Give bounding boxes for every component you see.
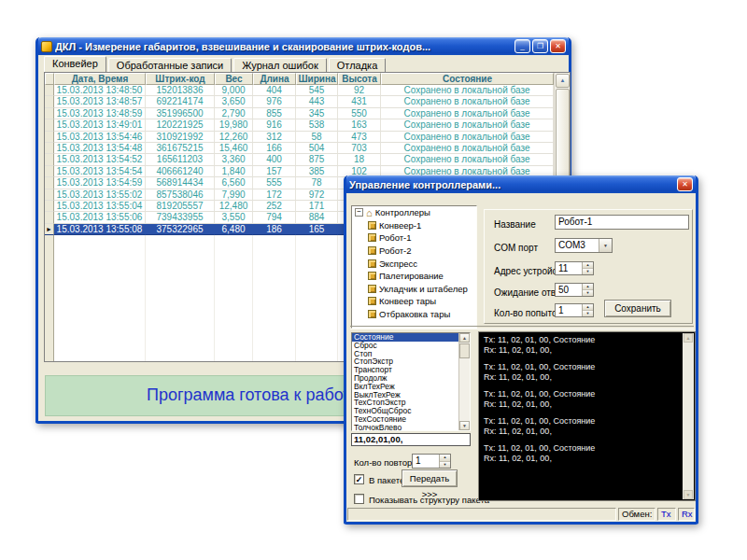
tree-item-Палетирование[interactable]: Палетирование (352, 270, 476, 283)
tree-item-Укладчик и штабелер[interactable]: Укладчик и штабелер (352, 283, 476, 296)
terminal-log[interactable]: Tx: 11, 02, 01, 00, СостояниеRx: 11, 02,… (478, 331, 696, 501)
name-field[interactable]: Робот-1 (555, 215, 689, 230)
scroll-down-icon[interactable]: ▼ (459, 421, 470, 430)
spin-up-icon[interactable]: ▲ (440, 455, 450, 462)
column-header[interactable]: Вес (215, 73, 253, 85)
terminal-gap (479, 437, 695, 443)
cell: 819205557 (146, 201, 215, 212)
cell: 431 (338, 96, 381, 107)
tab-Конвейер[interactable]: Конвейер (44, 56, 106, 72)
spin-down-icon[interactable]: ▼ (440, 462, 450, 469)
table-row[interactable]: 15.03.2013 13:54:521656112033,3604008751… (45, 154, 570, 165)
cell: 443 (296, 96, 338, 107)
home-icon: ⌂ (366, 208, 373, 217)
terminal-scrollbar[interactable]: ▲ ▼ (683, 333, 694, 499)
row-indicator (45, 85, 54, 96)
spin-up-icon[interactable]: ▲ (583, 304, 593, 311)
dropdown-arrow-icon[interactable]: ▼ (599, 239, 612, 252)
in-packet-checkbox[interactable]: ✓ (354, 474, 364, 484)
response-wait-value: 50 (556, 284, 582, 296)
collapse-icon: − (355, 208, 363, 217)
cell: 58 (296, 132, 338, 143)
section-divider (350, 326, 694, 329)
tab-Журнал ошибок[interactable]: Журнал ошибок (233, 58, 327, 72)
send-button[interactable]: Передать >>> (402, 469, 458, 487)
cell: 171 (296, 201, 338, 212)
empty-cell (146, 235, 215, 361)
terminal-gap (479, 464, 695, 470)
cell: 18 (338, 154, 381, 165)
dialog-titlebar[interactable]: Управление контроллерами... ✕ (346, 175, 696, 193)
tab-Отладка[interactable]: Отладка (329, 58, 386, 72)
spin-down-icon[interactable]: ▼ (583, 290, 593, 296)
tab-Обработанные записи[interactable]: Обработанные записи (108, 58, 232, 72)
terminal-gap (479, 383, 695, 389)
column-header[interactable]: Высота (338, 73, 381, 85)
cell: 15,460 (215, 143, 253, 154)
cell: 15.03.2013 13:54:59 (54, 177, 146, 189)
tree-root[interactable]: −⌂Контроллеры (352, 206, 476, 219)
scroll-up-icon[interactable]: ▲ (556, 74, 570, 88)
commands-scrollbar[interactable]: ▲ ▼ (458, 333, 470, 430)
tree-item-Экспресс[interactable]: Экспресс (352, 257, 476, 270)
controllers-dialog: Управление контроллерами... ✕ −⌂Контролл… (344, 175, 698, 525)
column-header[interactable]: Длина (253, 73, 296, 85)
tree-item-label: Конвеер тары (379, 296, 436, 306)
cell: 19,980 (215, 119, 253, 131)
main-titlebar[interactable]: ДКЛ - Измерение габаритов, взвешивание и… (38, 37, 569, 55)
column-header[interactable]: Состояние (381, 73, 554, 85)
row-indicator (45, 166, 54, 177)
row-indicator (45, 132, 54, 143)
column-header[interactable]: Ширина (296, 73, 338, 85)
tree-item-Робот-1[interactable]: Робот-1 (352, 231, 476, 245)
table-row[interactable]: 15.03.2013 13:54:4631092199212,260312584… (45, 132, 570, 143)
spin-down-icon[interactable]: ▼ (583, 269, 593, 274)
spin-up-icon[interactable]: ▲ (583, 262, 593, 269)
cell: 9,000 (215, 85, 253, 96)
table-row[interactable]: 15.03.2013 13:48:593519965002,7908553455… (45, 108, 570, 119)
cell: Сохранено в локальной базе (381, 119, 554, 131)
table-row[interactable]: 15.03.2013 13:48:501520138369,0004045459… (45, 85, 570, 96)
statusbar-message-panel (347, 508, 616, 521)
scrollbar-thumb[interactable] (556, 89, 570, 187)
cell: 703 (338, 143, 381, 154)
tree-item-Отбраковка тары[interactable]: Отбраковка тары (352, 308, 476, 321)
close-icon[interactable]: ✕ (550, 39, 566, 53)
com-port-value: COM3 (556, 239, 599, 252)
app-icon (41, 41, 52, 52)
tree-item-Конвеер-1[interactable]: Конвеер-1 (352, 219, 476, 232)
cell: 739433955 (146, 212, 215, 223)
scrollbar-thumb[interactable] (459, 343, 470, 358)
save-button[interactable]: Сохранить (604, 300, 671, 317)
repeat-count-stepper[interactable]: 1 ▲▼ (412, 454, 451, 469)
cell: 15.03.2013 13:54:52 (54, 154, 146, 165)
dialog-close-icon[interactable]: ✕ (677, 177, 693, 191)
cell: 15.03.2013 13:49:01 (54, 119, 146, 131)
response-wait-stepper[interactable]: 50 ▲▼ (555, 283, 594, 297)
cell: 15.03.2013 13:55:08 (54, 224, 146, 235)
scroll-up-icon[interactable]: ▲ (459, 333, 470, 343)
command-item-ТолчокВлево[interactable]: ТолчокВлево (352, 424, 470, 431)
com-port-select[interactable]: COM3 ▼ (555, 238, 613, 253)
spin-down-icon[interactable]: ▼ (583, 311, 593, 316)
tree-item-Конвеер тары[interactable]: Конвеер тары (352, 295, 476, 308)
table-row[interactable]: 15.03.2013 13:54:4836167521515,460166504… (45, 143, 570, 154)
minimize-icon[interactable]: _ (514, 39, 530, 53)
maximize-icon[interactable]: ❐ (532, 39, 548, 53)
cell: 692214174 (146, 96, 215, 107)
column-header[interactable]: Штрих-код (146, 73, 215, 85)
table-row[interactable]: 15.03.2013 13:49:0112022192519,980916538… (45, 119, 570, 131)
table-row[interactable]: 15.03.2013 13:48:576922141743,6509764434… (45, 96, 570, 107)
column-header[interactable]: Дата, Время (54, 73, 146, 85)
spin-up-icon[interactable]: ▲ (583, 284, 593, 290)
cell: 504 (296, 143, 338, 154)
device-address-stepper[interactable]: 11 ▲▼ (555, 261, 594, 275)
com-port-label: COM порт (494, 243, 538, 253)
cell: 538 (296, 119, 338, 131)
tree-item-Робот-2[interactable]: Робот-2 (352, 245, 476, 258)
cell: Сохранено в локальной базе (381, 154, 554, 165)
row-indicator (45, 154, 54, 165)
show-structure-checkbox[interactable] (354, 494, 364, 504)
terminal-rx-line: Rx: 11, 02, 01, 00, (479, 427, 695, 437)
attempts-stepper[interactable]: 1 ▲▼ (555, 303, 594, 317)
